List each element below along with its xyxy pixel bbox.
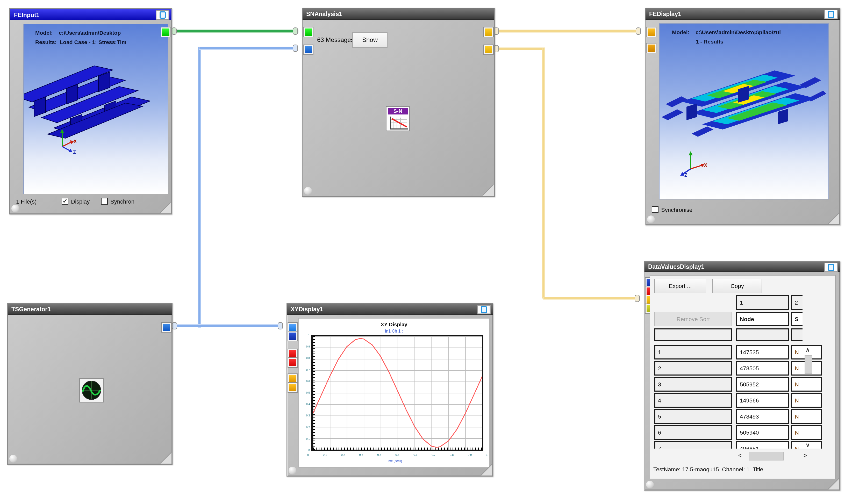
fe-input-restore-button[interactable] (156, 11, 169, 20)
xy-in-port-4[interactable] (288, 358, 298, 367)
vertical-scroll-thumb[interactable] (805, 355, 812, 374)
wire-blue-top (199, 47, 294, 50)
xy-display-titlebar[interactable]: XYDisplay1 (287, 304, 493, 315)
column2-filter-cell[interactable] (791, 328, 803, 341)
resize-handle[interactable] (161, 453, 172, 464)
xy-in-port-6[interactable] (288, 383, 298, 392)
row-next-clipped[interactable]: N (791, 377, 822, 392)
fe-input-results-line: Results: Load Case - 1: Stress:Tim (35, 39, 168, 45)
scroll-up-button[interactable]: ∧ (806, 347, 810, 352)
fe-input-titlebar[interactable]: FEInput1 (10, 9, 172, 20)
wire-blue-plug-xy (278, 322, 283, 329)
xy-in-port-3[interactable] (288, 349, 298, 358)
row-next-clipped[interactable]: N (791, 409, 822, 424)
fe-model-image (23, 56, 162, 147)
row-value[interactable]: 478493 (736, 409, 789, 424)
node-status-knob (647, 215, 655, 223)
ts-out-port[interactable] (162, 323, 171, 332)
axis-triad-icon: X Z (678, 148, 707, 177)
row-next-clipped[interactable]: N (791, 393, 822, 408)
column-index-cell[interactable]: 1 (736, 295, 789, 310)
fe-input-results-out-port[interactable] (161, 28, 170, 37)
wire-blue-bottom (177, 324, 279, 327)
row-header[interactable]: 6 (654, 425, 732, 440)
column2-name-cell[interactable]: S (791, 312, 803, 326)
plot-subtitle: in1 Ch 1 : (299, 329, 489, 334)
row-next-clipped[interactable]: N (791, 425, 822, 440)
display-checkbox[interactable]: ✓ (62, 198, 68, 204)
node-xy-display[interactable]: XYDisplay1 XY Display in1 Ch 1 : 10.9 0.… (287, 303, 493, 476)
node-sn-analysis[interactable]: SNAnalysis1 63 Messages Show S-N (302, 8, 495, 197)
wire-blue-plug-ts (172, 322, 177, 329)
data-values-titlebar[interactable]: DataValuesDisplay1 (645, 262, 840, 272)
row-value[interactable]: 478505 (736, 361, 789, 376)
wire-yellow-2-h1 (498, 47, 544, 50)
row-value[interactable]: 505952 (736, 377, 789, 392)
xy-in-port-1[interactable] (288, 323, 298, 332)
xy-display-restore-button[interactable] (477, 305, 491, 314)
sn-results-out-port-1[interactable] (484, 28, 493, 37)
sn-curve-icon: S-N (386, 106, 410, 131)
node-data-values[interactable]: DataValuesDisplay1 Export ... Copy Remov… (644, 261, 840, 490)
fe-display-restore-button[interactable] (824, 10, 838, 19)
wire-green-plug-right (293, 28, 298, 35)
scroll-down-button[interactable]: ∨ (806, 443, 810, 448)
xy-in-port-2[interactable] (288, 331, 298, 341)
row-header[interactable]: 7 (654, 441, 732, 449)
fe-display-preview: Model: c:\Users\admin\Desktop\pilao\zui … (659, 23, 829, 199)
signal-trace (313, 336, 482, 450)
scroll-right-button[interactable]: > (804, 453, 807, 458)
ts-generator-titlebar[interactable]: TSGenerator1 (8, 304, 172, 315)
clipped-column-2: 2 S (791, 295, 803, 343)
export-button[interactable]: Export ... (654, 279, 706, 293)
show-messages-button[interactable]: Show (352, 32, 388, 48)
resize-handle[interactable] (160, 202, 171, 213)
resize-handle[interactable] (481, 465, 492, 475)
node-fe-input[interactable]: FEInput1 Model: c:\Users\admin\Desktop R… (9, 8, 172, 214)
row-header[interactable]: 4 (654, 393, 732, 408)
node-ts-generator[interactable]: TSGenerator1 (7, 303, 173, 465)
wire-yellow-1 (498, 30, 637, 33)
row-value[interactable]: 496651 (736, 441, 789, 449)
remove-sort-button[interactable]: Remove Sort (654, 312, 732, 326)
resize-handle[interactable] (483, 185, 494, 196)
sn-fe-in-port[interactable] (304, 28, 313, 37)
restore-icon (828, 264, 834, 271)
y-tick-labels: 10.9 0.80.7 0.60.5 0.40.3 0.20.1 0 (301, 334, 310, 452)
row-value[interactable]: 147535 (736, 345, 789, 359)
node-fe-display[interactable]: FEDisplay1 Model: c:\Users\admin\Desktop… (645, 8, 840, 225)
row-header[interactable]: 2 (654, 361, 732, 376)
row-header[interactable]: 5 (654, 409, 732, 424)
row-filter-cell[interactable] (654, 328, 732, 341)
test-status-text: TestName: 17.5-maogu15 Channel: 1 Title (653, 466, 833, 472)
wire-yellow-2-v (542, 47, 545, 299)
copy-button[interactable]: Copy (712, 279, 762, 293)
synchronise-checkbox[interactable] (652, 206, 659, 213)
row-header[interactable]: 1 (654, 345, 732, 359)
fe-display-in-port-1[interactable] (647, 28, 656, 37)
resize-handle[interactable] (828, 479, 839, 489)
data-values-restore-button[interactable] (824, 263, 838, 272)
column-filter-cell[interactable] (736, 328, 789, 341)
row-header[interactable]: 3 (654, 377, 732, 392)
sn-results-out-port-2[interactable] (484, 45, 493, 54)
row-value[interactable]: 505940 (736, 425, 789, 440)
scroll-left-button[interactable]: < (738, 453, 742, 458)
fe-display-titlebar[interactable]: FEDisplay1 (646, 8, 840, 20)
wire-blue-vertical (198, 47, 201, 328)
xy-in-port-5[interactable] (288, 374, 298, 383)
restore-icon (828, 11, 834, 18)
svg-text:Z: Z (684, 173, 687, 177)
restore-icon (481, 306, 487, 313)
fe-display-results-line: 1 - Results (696, 38, 723, 44)
row-value[interactable]: 149566 (736, 393, 789, 408)
sn-ts-in-port[interactable] (304, 45, 313, 54)
synchronise-checkbox[interactable] (101, 198, 108, 204)
column2-index-cell[interactable]: 2 (791, 295, 803, 310)
horizontal-scroll-thumb[interactable] (749, 452, 784, 461)
sn-analysis-titlebar[interactable]: SNAnalysis1 (303, 8, 494, 20)
column-name-cell[interactable]: Node (736, 312, 789, 326)
resize-handle[interactable] (828, 213, 839, 224)
fe-display-in-port-2[interactable] (647, 43, 656, 53)
wire-yellow-2-h2 (543, 297, 636, 300)
